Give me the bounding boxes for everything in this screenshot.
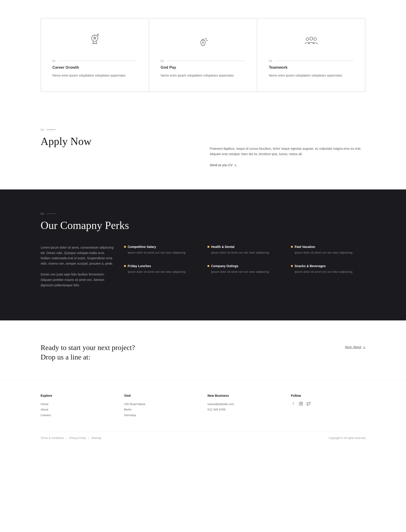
- cta-left: Ready to start your next project? Drop u…: [41, 343, 135, 362]
- footer-visit-col: Visit 105 Road Name Berlin Germany: [124, 394, 198, 418]
- perks-description: Lorem ipsum dolor sit amet, consectetuer…: [41, 245, 115, 293]
- apply-right: Praesent dapibus, neque id cursus faucib…: [210, 128, 365, 167]
- footer-explore-col: Explore Home About Careers: [41, 394, 115, 418]
- perk-company-outings-title: Company Outings: [208, 264, 282, 268]
- perks-desc-2: Donec nec justo eget felis facilisis fer…: [41, 272, 115, 288]
- perk-health-dental-desc: Ipsum dolor sit amet con sec tetur adipi…: [208, 250, 282, 255]
- footer-link-careers[interactable]: Careers: [41, 412, 115, 418]
- perk-competitive-salary-title: Competitive Salary: [124, 245, 198, 249]
- footer-link-home[interactable]: Home: [41, 402, 115, 407]
- footer-visit-title: Visit: [124, 394, 198, 397]
- social-icons: f: [291, 402, 365, 406]
- perk-friday-lunches: Friday Lunches Ipsum dolor sit amet con …: [124, 264, 198, 274]
- footer-copyright: Copyright © All rights reserved: [329, 436, 365, 440]
- twitter-icon[interactable]: [306, 402, 311, 406]
- apply-body-text: Praesent dapibus, neque id cursus faucib…: [210, 146, 365, 157]
- footer-legal-separator-2: |: [88, 436, 89, 440]
- card-2-desc: Nemo enim ipsam voluptatem voluptears as…: [161, 73, 245, 78]
- instagram-icon[interactable]: [299, 402, 303, 406]
- footer-address-line1: 105 Road Name: [124, 402, 198, 407]
- footer: Explore Home About Careers Visit 105 Roa…: [0, 380, 406, 444]
- footer-sitemap-link[interactable]: Sitemap: [91, 436, 101, 440]
- perk-paid-vacation-title: Paid Vacation: [291, 245, 365, 249]
- teamwork-icon: [269, 32, 354, 50]
- svg-point-10: [314, 38, 316, 40]
- svg-point-9: [306, 38, 309, 40]
- cta-section: Ready to start your next project? Drop u…: [0, 320, 406, 380]
- card-1-title: Career Growth: [52, 65, 137, 70]
- svg-text:$: $: [202, 41, 204, 44]
- perk-health-dental: Health & Dental Ipsum dolor sit amet con…: [208, 245, 282, 255]
- svg-point-13: [302, 403, 302, 403]
- footer-phone: 012 345 6789: [208, 407, 282, 412]
- perks-header: 03 Our Comapny Perks: [41, 212, 365, 232]
- perk-snacks-beverages: Snacks & Beverages Ipsum dolor sit amet …: [291, 264, 365, 274]
- footer-link-about[interactable]: About: [41, 407, 115, 412]
- career-growth-icon: [52, 32, 137, 50]
- card-2-title: God Pay: [161, 65, 245, 70]
- apply-cv-link[interactable]: Send us you CV: [210, 163, 365, 167]
- cta-heading: Ready to start your next project? Drop u…: [41, 343, 135, 362]
- apply-section-label: 02: [41, 128, 196, 131]
- card-1-number: 01: [52, 59, 137, 63]
- footer-terms-link[interactable]: Terms & Conditions: [41, 436, 64, 440]
- perk-company-outings: Company Outings Ipsum dolor sit amet con…: [208, 264, 282, 274]
- perks-heading: Our Comapny Perks: [41, 219, 365, 232]
- footer-legal-separator-1: |: [66, 436, 67, 440]
- cta-right: Next: About: [345, 343, 365, 349]
- footer-privacy-link[interactable]: Privacy Policy: [69, 436, 86, 440]
- apply-now-section: 02 Apply Now Praesent dapibus, neque id …: [0, 110, 406, 189]
- perks-col-2: Competitive Salary Ipsum dolor sit amet …: [124, 245, 198, 274]
- perks-col-3: Health & Dental Ipsum dolor sit amet con…: [208, 245, 282, 274]
- footer-follow-title: Follow: [291, 394, 365, 397]
- footer-bottom: Terms & Conditions | Privacy Policy | Si…: [41, 432, 365, 444]
- apply-heading: Apply Now: [41, 135, 196, 147]
- svg-point-8: [310, 37, 313, 40]
- card-2-number: 02: [161, 59, 245, 63]
- perk-competitive-salary-desc: Ipsum dolor sit amet con sec tetur adipi…: [124, 250, 198, 255]
- perks-section: 03 Our Comapny Perks Lorem ipsum dolor s…: [0, 189, 406, 320]
- card-career-growth: 01 Career Growth Nemo enim ipsam volupta…: [41, 18, 149, 92]
- perks-section-label: 03: [41, 212, 365, 215]
- card-teamwork: 03 Teamwork Nemo enim ipsam voluptatem v…: [257, 18, 365, 92]
- perk-paid-vacation: Paid Vacation Ipsum dolor sit amet con s…: [291, 245, 365, 255]
- perks-desc-1: Lorem ipsum dolor sit amet, consectetuer…: [41, 245, 115, 266]
- perk-snacks-beverages-desc: Ipsum dolor sit amet con sec tetur adipi…: [291, 270, 365, 274]
- perk-friday-lunches-title: Friday Lunches: [124, 264, 198, 268]
- cta-heading-line2: Drop us a line at:: [41, 353, 90, 361]
- cards-grid: 01 Career Growth Nemo enim ipsam volupta…: [41, 18, 365, 92]
- card-1-desc: Nemo enim ipsam voluptatem voluptears as…: [52, 73, 137, 78]
- perk-friday-lunches-desc: Ipsum dolor sit amet con sec tetur adipi…: [124, 270, 198, 274]
- svg-rect-11: [299, 402, 303, 405]
- card-god-pay: $ 02 God Pay Nemo enim ipsam voluptatem …: [149, 18, 257, 92]
- cta-heading-line1: Ready to start your next project?: [41, 344, 135, 352]
- feature-cards-section: 01 Career Growth Nemo enim ipsam volupta…: [0, 0, 406, 110]
- svg-point-0: [92, 35, 98, 41]
- facebook-icon[interactable]: f: [291, 402, 296, 406]
- perks-col-4: Paid Vacation Ipsum dolor sit amet con s…: [291, 245, 365, 274]
- card-3-number: 03: [269, 59, 354, 63]
- footer-follow-col: Follow f: [291, 394, 365, 418]
- card-3-desc: Nemo enim ipsam voluptatem voluptears as…: [269, 73, 354, 78]
- perk-health-dental-title: Health & Dental: [208, 245, 282, 249]
- perk-paid-vacation-desc: Ipsum dolor sit amet con sec tetur adipi…: [291, 250, 365, 255]
- footer-legal-links: Terms & Conditions | Privacy Policy | Si…: [41, 436, 101, 440]
- apply-left: 02 Apply Now: [41, 128, 196, 147]
- footer-address-line2: Berlin: [124, 407, 198, 412]
- footer-grid: Explore Home About Careers Visit 105 Roa…: [41, 394, 365, 432]
- footer-explore-title: Explore: [41, 394, 115, 397]
- perk-competitive-salary: Competitive Salary Ipsum dolor sit amet …: [124, 245, 198, 255]
- card-3-title: Teamwork: [269, 65, 354, 70]
- svg-point-12: [300, 403, 302, 405]
- next-about-link[interactable]: Next: About: [345, 345, 365, 349]
- footer-email-link[interactable]: name@website.com: [208, 402, 282, 407]
- footer-address-line3: Germany: [124, 412, 198, 418]
- footer-new-business-title: New Business: [208, 394, 282, 397]
- perk-company-outings-desc: Ipsum dolor sit amet con sec tetur adipi…: [208, 270, 282, 274]
- perk-snacks-beverages-title: Snacks & Beverages: [291, 264, 365, 268]
- perks-content-grid: Lorem ipsum dolor sit amet, consectetuer…: [41, 245, 365, 293]
- god-pay-icon: $: [161, 32, 245, 50]
- footer-new-business-col: New Business name@website.com 012 345 67…: [208, 394, 282, 418]
